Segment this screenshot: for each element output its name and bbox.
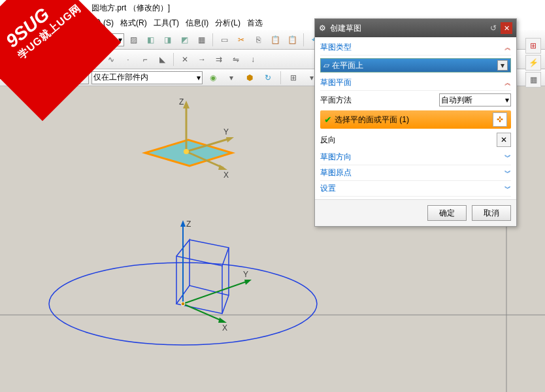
plane-method-label: 平面方法 (320, 95, 352, 106)
svg-text:Y: Y (223, 127, 229, 137)
menu-info[interactable]: 信息(I) (183, 16, 211, 30)
sketch-type-combo[interactable]: ▱ 在平面上 ▾ (320, 58, 511, 73)
gear-icon: ⚙ (319, 24, 326, 33)
chevron-down-icon: ︾ (504, 153, 511, 162)
svg-marker-21 (218, 165, 227, 170)
scissors-icon[interactable]: ✂ (233, 32, 249, 48)
rside-btn2[interactable]: ⚡ (525, 55, 541, 71)
chevron-down-icon: ▾ (497, 60, 508, 71)
select-face-row[interactable]: ✔ 选择平的面或平面 (1) ✜ (320, 110, 511, 129)
window-title: 圆地方.prt （修改的）] (91, 3, 170, 14)
section-origin[interactable]: 草图原点︾ (320, 165, 511, 181)
dialog-reset-button[interactable]: ↺ (487, 22, 499, 34)
svg-point-12 (181, 302, 185, 306)
reverse-button[interactable]: ✕ (497, 133, 511, 147)
chamfer-icon[interactable]: ◣ (154, 52, 170, 67)
rside-btn1[interactable]: ⊞ (525, 38, 541, 54)
section-settings[interactable]: 设置︾ (320, 181, 511, 197)
menu-pref[interactable]: 首选 (244, 16, 265, 30)
svg-text:Y: Y (243, 270, 248, 279)
dialog-close-button[interactable]: ✕ (501, 22, 512, 34)
grid-icon[interactable]: ▦ (193, 32, 209, 48)
check-icon: ✔ (324, 114, 332, 125)
target-icon[interactable]: ✜ (493, 112, 507, 127)
right-toolbar: ⊞ ⚡ ▦ (525, 38, 545, 88)
svg-marker-10 (218, 318, 227, 323)
ok-button[interactable]: 确定 (427, 205, 467, 221)
extend-icon[interactable]: → (194, 52, 210, 67)
svg-marker-7 (244, 280, 252, 285)
cube2-icon[interactable]: ◨ (159, 32, 175, 48)
offset-icon[interactable]: ⇉ (211, 52, 227, 67)
dialog-title: 创建草图 (330, 23, 361, 34)
menu-tools[interactable]: 工具(T) (151, 16, 182, 30)
dialog-titlebar[interactable]: ⚙ 创建草图 ↺ ✕ (315, 19, 516, 37)
svg-text:X: X (222, 323, 227, 333)
copy-icon[interactable]: ⎘ (250, 32, 266, 48)
select-face-label: 选择平的面或平面 (1) (335, 114, 409, 125)
plane-icon: ▱ (323, 61, 329, 70)
filter-btn4[interactable]: ↻ (260, 70, 276, 86)
mirror-icon[interactable]: ⇋ (228, 52, 244, 67)
svg-marker-4 (180, 220, 186, 227)
menu-analysis[interactable]: 分析(L) (212, 16, 243, 30)
chevron-up-icon: ︽ (504, 43, 511, 52)
chevron-down-icon: ︾ (504, 184, 511, 193)
point-icon[interactable]: · (120, 52, 136, 67)
paste-icon[interactable]: 📋 (267, 32, 283, 48)
section-sketch-type[interactable]: 草图类型︽ (320, 40, 511, 56)
proj-icon[interactable]: ↓ (245, 52, 261, 67)
reverse-label: 反向 (320, 135, 336, 146)
svg-text:Z: Z (186, 220, 191, 229)
svg-point-23 (184, 149, 189, 154)
rside-btn3[interactable]: ▦ (525, 72, 541, 88)
svg-marker-18 (226, 137, 234, 142)
svg-text:Z: Z (179, 97, 184, 106)
finish-sketch-icon[interactable]: ▨ (125, 32, 141, 48)
cube-icon[interactable]: ◧ (142, 32, 158, 48)
trim-icon[interactable]: ✕ (177, 52, 193, 67)
paste2-icon[interactable]: 📋 (284, 32, 300, 48)
chevron-up-icon: ︽ (504, 78, 511, 88)
menu-format[interactable]: 格式(R) (118, 16, 150, 30)
section-orientation[interactable]: 草图方向︾ (320, 150, 511, 165)
window-icon[interactable]: ▭ (216, 32, 232, 48)
filter-scope-select[interactable]: 仅在工作部件内▾ (91, 71, 203, 84)
filter-btn3[interactable]: ⬢ (242, 70, 257, 86)
chevron-down-icon: ︾ (504, 169, 511, 178)
filter-btn2[interactable]: ▾ (223, 70, 239, 86)
filter-btn5[interactable]: ⊞ (286, 70, 301, 86)
fillet-icon[interactable]: ⌐ (137, 52, 153, 67)
plane-method-select[interactable]: 自动判断▾ (439, 93, 511, 106)
svg-marker-15 (183, 101, 190, 108)
svg-line-6 (183, 281, 248, 304)
filter-btn1[interactable]: ◉ (205, 70, 221, 86)
cube3-icon[interactable]: ◩ (176, 32, 192, 48)
section-sketch-plane[interactable]: 草图平面︽ (320, 75, 511, 91)
svg-text:X: X (223, 171, 229, 180)
cancel-button[interactable]: 取消 (472, 205, 511, 221)
create-sketch-dialog: ⚙ 创建草图 ↺ ✕ 草图类型︽ ▱ 在平面上 ▾ 草图平面︽ 平面方法 自动判… (314, 18, 517, 227)
